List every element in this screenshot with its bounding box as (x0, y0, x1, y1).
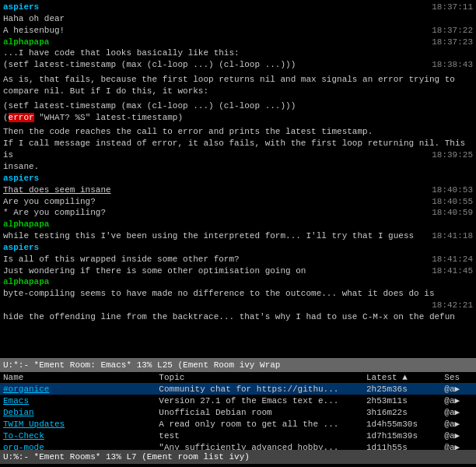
message-text: hide the offending line from the backtra… (3, 312, 455, 321)
timestamp: 18:40:55 (432, 196, 473, 208)
room-name[interactable]: org-mode (0, 441, 156, 450)
timestamp: 18:40:53 (432, 184, 473, 196)
modeline-1-text: U:*:- *Ement Room: Emacs* 13% L25 (Ement… (3, 360, 280, 370)
message-text: * Are you compiling? (3, 208, 106, 217)
room-topic: A read only room to get all the ... (156, 418, 363, 430)
chat-message-group: alphapapa 18:37:23 (3, 37, 473, 48)
message-text: Then the code reaches the call to error … (3, 127, 373, 136)
table-row[interactable]: Emacs Version 27.1 of the Emacs text e..… (0, 395, 476, 406)
room-latest: 1d7h15m39s (363, 430, 441, 441)
timestamp: 18:42:21 (432, 300, 473, 311)
chat-message-group: aspiers (3, 173, 473, 184)
room-ses: @a▶ (441, 406, 476, 418)
table-row[interactable]: To-Check test 1d7h15m39s @a▶ (0, 430, 476, 441)
chat-line: * Are you compiling? 18:40:59 (3, 207, 473, 219)
chat-line: byte-compiling seems to have made no dif… (3, 288, 473, 300)
message-text: Just wondering if there is some other op… (3, 266, 306, 276)
rooms-table: Name Topic Latest ▲ Ses #organice Commun… (0, 372, 476, 450)
table-row[interactable]: Debian Unofficial Debian room 3h16m22s @… (0, 406, 476, 418)
room-latest: 2h25m36s (363, 383, 441, 395)
room-ses: @a▶ (441, 441, 476, 450)
timestamp: 18:41:24 (432, 254, 473, 265)
timestamp: 18:39:25 (432, 149, 473, 161)
table-row[interactable]: org-mode "Any sufficiently advanced hobb… (0, 441, 476, 450)
timestamp: 18:38:43 (432, 59, 473, 71)
modeline-2-text: U:%:- *Ement Rooms* 13% L7 (Ement room l… (3, 452, 250, 462)
chat-line: That does seem insane 18:40:53 (3, 184, 473, 196)
message-text: That does seem insane (3, 185, 111, 195)
chat-line: Just wondering if there is some other op… (3, 265, 473, 277)
username: aspiers (3, 174, 39, 183)
chat-area: aspiers 18:37:11 Haha oh dear A heisenbu… (0, 0, 476, 358)
table-row[interactable]: #organice Community chat for https://git… (0, 383, 476, 395)
timestamp: 18:37:23 (432, 37, 473, 48)
room-topic: test (156, 430, 363, 441)
room-ses: @a▶ (441, 383, 476, 395)
message-text: As is, that fails, because the first loo… (3, 75, 455, 84)
message-text: byte-compiling seems to have made no dif… (3, 289, 435, 298)
username: alphapapa (3, 219, 49, 229)
chat-line: ...I have code that looks basically like… (3, 47, 473, 59)
col-header-ses: Ses (441, 372, 476, 383)
room-ses: @a▶ (441, 395, 476, 406)
room-latest: 2h53m11s (363, 395, 441, 406)
col-header-name: Name (0, 372, 156, 383)
chat-line: If I call message instead of error, it a… (3, 138, 473, 161)
username: aspiers (3, 243, 39, 252)
chat-line: Is all of this wrapped inside some other… (3, 254, 473, 265)
table-header-row: Name Topic Latest ▲ Ses (0, 372, 476, 383)
chat-message-group: aspiers 18:37:11 (3, 2, 473, 13)
room-topic: "Any sufficiently advanced hobby... (156, 441, 363, 450)
message-text: Are you compiling? (3, 197, 96, 206)
chat-line: A heisenbug! 18:37:22 (3, 25, 473, 37)
chat-line: Haha oh dear (3, 13, 473, 25)
room-name[interactable]: TWIM Updates (0, 418, 156, 430)
chat-message-group: alphapapa (3, 276, 473, 288)
message-text: compare nil. But if I do this, it works: (3, 86, 208, 96)
room-topic: Community chat for https://githu... (156, 383, 363, 395)
message-text: A heisenbug! (3, 26, 65, 35)
message-text: insane. (3, 162, 39, 171)
room-latest: 1d4h55m30s (363, 418, 441, 430)
chat-line: Then the code reaches the call to error … (3, 126, 473, 138)
room-ses: @a▶ (441, 430, 476, 441)
col-header-latest[interactable]: Latest ▲ (363, 372, 441, 383)
chat-line: (setf latest-timestamp (max (cl-loop ...… (3, 100, 473, 112)
chat-line: hide the offending line from the backtra… (3, 311, 473, 323)
message-text: If I call message instead of error, it a… (3, 139, 465, 160)
room-link[interactable]: org-mode (3, 443, 44, 451)
message-text: ...I have code that looks basically like… (3, 48, 240, 58)
chat-line: (error "WHAT? %S" latest-timestamp) (3, 112, 473, 124)
message-text: Is all of this wrapped inside some other… (3, 255, 240, 264)
room-name[interactable]: Debian (0, 406, 156, 418)
room-name[interactable]: Emacs (0, 395, 156, 406)
message-text: (setf latest-timestamp (max (cl-loop ...… (3, 60, 296, 69)
room-link[interactable]: To-Check (3, 431, 44, 441)
chat-line: As is, that fails, because the first loo… (3, 74, 473, 86)
room-link[interactable]: TWIM Updates (3, 420, 65, 429)
rooms-table-area: Name Topic Latest ▲ Ses #organice Commun… (0, 372, 476, 450)
chat-line: (setf latest-timestamp (max (cl-loop ...… (3, 59, 473, 71)
timestamp: 18:37:11 (432, 2, 473, 13)
table-row[interactable]: TWIM Updates A read only room to get all… (0, 418, 476, 430)
modeline-2: U:%:- *Ement Rooms* 13% L7 (Ement room l… (0, 450, 476, 464)
chat-message-group: aspiers (3, 242, 473, 254)
username: alphapapa (3, 277, 49, 286)
room-topic: Unofficial Debian room (156, 406, 363, 418)
message-text: (error "WHAT? %S" latest-timestamp) (3, 113, 183, 122)
timestamp: 18:41:18 (432, 230, 473, 242)
room-link[interactable]: #organice (3, 384, 49, 394)
timestamp: 18:40:59 (432, 207, 473, 219)
error-highlight: error (9, 113, 34, 122)
room-name[interactable]: To-Check (0, 430, 156, 441)
room-link[interactable]: Debian (3, 408, 34, 417)
timestamp: 18:37:22 (432, 25, 473, 37)
chat-line: Are you compiling? 18:40:55 (3, 196, 473, 208)
room-topic: Version 27.1 of the Emacs text e... (156, 395, 363, 406)
room-ses: @a▶ (441, 418, 476, 430)
message-text: Haha oh dear (3, 14, 65, 23)
room-name[interactable]: #organice (0, 383, 156, 395)
room-link[interactable]: Emacs (3, 396, 29, 406)
chat-line: insane. (3, 161, 473, 173)
chat-line: compare nil. But if I do this, it works: (3, 86, 473, 97)
